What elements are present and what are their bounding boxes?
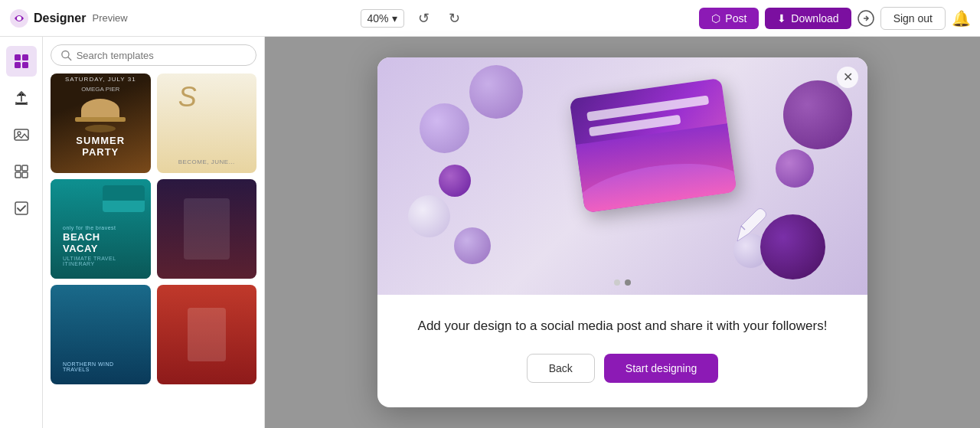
share-button[interactable] bbox=[858, 10, 874, 27]
card-line-1 bbox=[586, 95, 709, 121]
list-item[interactable] bbox=[157, 179, 257, 279]
signout-button[interactable]: Sign out bbox=[880, 7, 946, 30]
close-button[interactable]: ✕ bbox=[837, 67, 858, 88]
svg-point-8 bbox=[18, 132, 21, 135]
zoom-control[interactable]: 40% ▾ bbox=[361, 9, 404, 28]
sidebar-item-checklist[interactable] bbox=[6, 193, 37, 224]
slide-indicator bbox=[614, 279, 631, 286]
topbar-center: 40% ▾ ↺ ↻ bbox=[134, 6, 694, 31]
download-icon: ⬇ bbox=[777, 12, 786, 25]
list-item[interactable]: SATURDAY, JULY 31 OMEGA PIER SUMMERPARTY bbox=[51, 74, 151, 173]
svg-rect-6 bbox=[22, 62, 28, 68]
decorative-ball bbox=[776, 149, 814, 188]
search-input[interactable] bbox=[77, 50, 247, 61]
svg-line-15 bbox=[68, 57, 71, 60]
grid-icon bbox=[13, 53, 30, 70]
pencil-icon bbox=[730, 203, 776, 249]
card-image-area bbox=[576, 123, 737, 213]
sidebar-item-element[interactable] bbox=[6, 156, 37, 187]
element-icon bbox=[13, 163, 30, 180]
decorative-ball bbox=[783, 80, 852, 149]
preview-label: Preview bbox=[92, 12, 127, 24]
dialog-image: ✕ bbox=[377, 57, 867, 295]
main-layout: SATURDAY, JULY 31 OMEGA PIER SUMMERPARTY… bbox=[0, 37, 980, 428]
upload-icon bbox=[13, 90, 30, 106]
svg-rect-10 bbox=[22, 165, 28, 171]
notifications-button[interactable]: 🔔 bbox=[952, 9, 971, 28]
app-logo: Designer Preview bbox=[9, 8, 128, 28]
svg-point-1 bbox=[17, 16, 21, 21]
zoom-value: 40% bbox=[368, 12, 389, 25]
dot-1[interactable] bbox=[614, 279, 620, 286]
post-button[interactable]: ⬡ Post bbox=[699, 8, 759, 29]
back-button[interactable]: Back bbox=[527, 354, 595, 383]
undo-redo-group: ↺ ↻ bbox=[412, 6, 467, 31]
svg-rect-7 bbox=[15, 129, 28, 140]
search-icon bbox=[60, 49, 72, 61]
search-bar[interactable] bbox=[51, 44, 256, 66]
decorative-ball bbox=[454, 227, 491, 264]
app-name: Designer bbox=[34, 11, 86, 25]
redo-button[interactable]: ↻ bbox=[443, 6, 467, 31]
svg-rect-11 bbox=[15, 172, 21, 178]
sidebar-item-grid[interactable] bbox=[6, 46, 37, 77]
list-item[interactable]: only for the bravest BEACHVACAY ULTIMATE… bbox=[51, 179, 151, 279]
post-label: Post bbox=[725, 12, 746, 25]
logo-icon bbox=[9, 8, 29, 28]
chevron-down-icon: ▾ bbox=[392, 12, 397, 25]
svg-rect-3 bbox=[15, 54, 21, 60]
share-icon bbox=[858, 10, 874, 27]
download-button[interactable]: ⬇ Download bbox=[765, 8, 851, 29]
dialog-actions: Back Start designing bbox=[408, 354, 837, 383]
topbar-right: ⬡ Post ⬇ Download Sign out 🔔 bbox=[699, 7, 971, 30]
template-grid: SATURDAY, JULY 31 OMEGA PIER SUMMERPARTY… bbox=[51, 74, 256, 384]
templates-panel: SATURDAY, JULY 31 OMEGA PIER SUMMERPARTY… bbox=[43, 37, 265, 428]
sidebar bbox=[0, 37, 43, 428]
list-item[interactable]: S BECOME, JUNE... bbox=[157, 74, 257, 173]
post-icon: ⬡ bbox=[711, 12, 720, 25]
dialog: ✕ Add your design to a social media post… bbox=[377, 57, 867, 408]
sidebar-item-upload[interactable] bbox=[6, 83, 37, 113]
svg-rect-9 bbox=[15, 165, 21, 171]
svg-rect-12 bbox=[22, 172, 28, 178]
decorative-ball bbox=[408, 195, 450, 237]
checklist-icon bbox=[13, 200, 30, 217]
canvas-area: ✕ Add your design to a social media post… bbox=[265, 37, 980, 428]
dialog-footer: Add your design to a social media post a… bbox=[377, 295, 867, 408]
decorative-ball bbox=[439, 165, 471, 197]
list-item[interactable] bbox=[157, 285, 257, 384]
topbar: Designer Preview 40% ▾ ↺ ↻ ⬡ Post ⬇ Down… bbox=[0, 0, 980, 37]
dot-2[interactable] bbox=[625, 279, 631, 286]
decorative-ball bbox=[469, 65, 523, 119]
card-wave-shape bbox=[579, 146, 737, 213]
undo-button[interactable]: ↺ bbox=[412, 6, 436, 31]
decorative-ball bbox=[420, 103, 469, 153]
download-label: Download bbox=[791, 12, 838, 25]
image-icon bbox=[13, 126, 30, 143]
svg-rect-4 bbox=[22, 54, 28, 60]
dialog-text: Add your design to a social media post a… bbox=[408, 316, 837, 336]
list-item[interactable]: NORTHERN WIND TRAVELS bbox=[51, 285, 151, 384]
sidebar-item-image[interactable] bbox=[6, 119, 37, 150]
modal-overlay: ✕ Add your design to a social media post… bbox=[265, 37, 980, 428]
card-illustration bbox=[570, 78, 737, 213]
start-designing-button[interactable]: Start designing bbox=[604, 354, 718, 383]
svg-rect-5 bbox=[15, 62, 21, 68]
